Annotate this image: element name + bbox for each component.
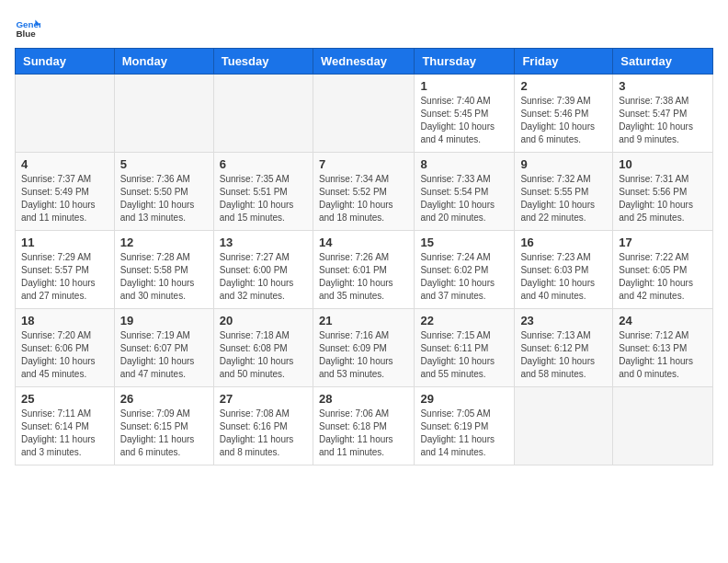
day-info: Sunrise: 7:26 AM Sunset: 6:01 PM Dayligh… xyxy=(319,251,408,303)
day-info: Sunrise: 7:37 AM Sunset: 5:49 PM Dayligh… xyxy=(21,173,108,224)
day-number: 8 xyxy=(420,157,508,171)
day-info: Sunrise: 7:36 AM Sunset: 5:50 PM Dayligh… xyxy=(120,173,208,224)
day-info: Sunrise: 7:05 AM Sunset: 6:19 PM Dayligh… xyxy=(420,408,508,459)
calendar-table: SundayMondayTuesdayWednesdayThursdayFrid… xyxy=(15,48,713,465)
calendar-cell: 18Sunrise: 7:20 AM Sunset: 6:06 PM Dayli… xyxy=(16,309,115,387)
day-info: Sunrise: 7:20 AM Sunset: 6:06 PM Dayligh… xyxy=(21,329,108,381)
day-info: Sunrise: 7:34 AM Sunset: 5:52 PM Dayligh… xyxy=(319,173,408,224)
weekday-header-row: SundayMondayTuesdayWednesdayThursdayFrid… xyxy=(16,49,713,75)
day-info: Sunrise: 7:08 AM Sunset: 6:16 PM Dayligh… xyxy=(220,408,307,459)
day-number: 3 xyxy=(619,79,707,93)
week-row-4: 18Sunrise: 7:20 AM Sunset: 6:06 PM Dayli… xyxy=(16,309,713,387)
calendar-cell: 3Sunrise: 7:38 AM Sunset: 5:47 PM Daylig… xyxy=(613,75,713,153)
calendar-cell: 14Sunrise: 7:26 AM Sunset: 6:01 PM Dayli… xyxy=(313,231,414,309)
day-number: 28 xyxy=(319,392,408,406)
calendar-cell: 7Sunrise: 7:34 AM Sunset: 5:52 PM Daylig… xyxy=(313,153,414,231)
day-info: Sunrise: 7:16 AM Sunset: 6:09 PM Dayligh… xyxy=(319,329,408,381)
day-number: 21 xyxy=(319,314,408,327)
day-number: 27 xyxy=(220,392,307,406)
day-number: 26 xyxy=(120,392,208,406)
day-number: 9 xyxy=(520,157,607,171)
day-info: Sunrise: 7:19 AM Sunset: 6:07 PM Dayligh… xyxy=(120,329,208,381)
day-info: Sunrise: 7:33 AM Sunset: 5:54 PM Dayligh… xyxy=(420,173,508,224)
calendar-cell: 23Sunrise: 7:13 AM Sunset: 6:12 PM Dayli… xyxy=(515,309,613,387)
day-number: 17 xyxy=(619,236,707,249)
day-info: Sunrise: 7:12 AM Sunset: 6:13 PM Dayligh… xyxy=(619,329,707,381)
weekday-header-sunday: Sunday xyxy=(16,49,115,75)
calendar-cell: 10Sunrise: 7:31 AM Sunset: 5:56 PM Dayli… xyxy=(613,153,713,231)
day-number: 10 xyxy=(619,157,707,171)
day-number: 29 xyxy=(420,392,508,406)
calendar-cell: 15Sunrise: 7:24 AM Sunset: 6:02 PM Dayli… xyxy=(415,231,515,309)
calendar-cell: 25Sunrise: 7:11 AM Sunset: 6:14 PM Dayli… xyxy=(16,387,115,465)
day-number: 14 xyxy=(319,236,408,249)
calendar-cell: 1Sunrise: 7:40 AM Sunset: 5:45 PM Daylig… xyxy=(415,75,515,153)
day-info: Sunrise: 7:13 AM Sunset: 6:12 PM Dayligh… xyxy=(520,329,607,381)
calendar-cell: 27Sunrise: 7:08 AM Sunset: 6:16 PM Dayli… xyxy=(213,387,313,465)
weekday-header-saturday: Saturday xyxy=(613,49,713,75)
day-info: Sunrise: 7:06 AM Sunset: 6:18 PM Dayligh… xyxy=(319,408,408,459)
day-number: 25 xyxy=(21,392,108,406)
calendar-cell: 17Sunrise: 7:22 AM Sunset: 6:05 PM Dayli… xyxy=(613,231,713,309)
day-number: 12 xyxy=(120,236,208,249)
week-row-2: 4Sunrise: 7:37 AM Sunset: 5:49 PM Daylig… xyxy=(16,153,713,231)
day-number: 23 xyxy=(520,314,607,327)
day-info: Sunrise: 7:38 AM Sunset: 5:47 PM Dayligh… xyxy=(619,95,707,146)
day-number: 6 xyxy=(220,157,307,171)
weekday-header-tuesday: Tuesday xyxy=(213,49,313,75)
calendar-cell: 6Sunrise: 7:35 AM Sunset: 5:51 PM Daylig… xyxy=(213,153,313,231)
calendar-cell: 29Sunrise: 7:05 AM Sunset: 6:19 PM Dayli… xyxy=(415,387,515,465)
calendar-cell: 5Sunrise: 7:36 AM Sunset: 5:50 PM Daylig… xyxy=(114,153,213,231)
calendar-cell: 19Sunrise: 7:19 AM Sunset: 6:07 PM Dayli… xyxy=(114,309,213,387)
calendar-cell: 24Sunrise: 7:12 AM Sunset: 6:13 PM Dayli… xyxy=(613,309,713,387)
calendar-cell: 8Sunrise: 7:33 AM Sunset: 5:54 PM Daylig… xyxy=(415,153,515,231)
day-info: Sunrise: 7:15 AM Sunset: 6:11 PM Dayligh… xyxy=(420,329,508,381)
calendar-cell: 26Sunrise: 7:09 AM Sunset: 6:15 PM Dayli… xyxy=(114,387,213,465)
calendar-cell: 20Sunrise: 7:18 AM Sunset: 6:08 PM Dayli… xyxy=(213,309,313,387)
day-number: 19 xyxy=(120,314,208,327)
day-info: Sunrise: 7:22 AM Sunset: 6:05 PM Dayligh… xyxy=(619,251,707,303)
day-info: Sunrise: 7:31 AM Sunset: 5:56 PM Dayligh… xyxy=(619,173,707,224)
week-row-1: 1Sunrise: 7:40 AM Sunset: 5:45 PM Daylig… xyxy=(16,75,713,153)
day-number: 2 xyxy=(520,79,607,93)
day-number: 24 xyxy=(619,314,707,327)
day-info: Sunrise: 7:09 AM Sunset: 6:15 PM Dayligh… xyxy=(120,408,208,459)
calendar-cell xyxy=(16,75,115,153)
calendar-cell: 22Sunrise: 7:15 AM Sunset: 6:11 PM Dayli… xyxy=(415,309,515,387)
day-number: 18 xyxy=(21,314,108,327)
day-info: Sunrise: 7:40 AM Sunset: 5:45 PM Dayligh… xyxy=(420,95,508,146)
day-info: Sunrise: 7:27 AM Sunset: 6:00 PM Dayligh… xyxy=(220,251,307,303)
calendar-cell xyxy=(613,387,713,465)
weekday-header-monday: Monday xyxy=(114,49,213,75)
calendar-cell: 13Sunrise: 7:27 AM Sunset: 6:00 PM Dayli… xyxy=(213,231,313,309)
day-number: 16 xyxy=(520,236,607,249)
day-number: 7 xyxy=(319,157,408,171)
calendar-cell: 2Sunrise: 7:39 AM Sunset: 5:46 PM Daylig… xyxy=(515,75,613,153)
calendar-cell xyxy=(213,75,313,153)
logo-icon: General Blue xyxy=(15,15,40,40)
calendar-cell: 12Sunrise: 7:28 AM Sunset: 5:58 PM Dayli… xyxy=(114,231,213,309)
calendar-cell xyxy=(313,75,414,153)
week-row-5: 25Sunrise: 7:11 AM Sunset: 6:14 PM Dayli… xyxy=(16,387,713,465)
day-info: Sunrise: 7:39 AM Sunset: 5:46 PM Dayligh… xyxy=(520,95,607,146)
day-info: Sunrise: 7:23 AM Sunset: 6:03 PM Dayligh… xyxy=(520,251,607,303)
weekday-header-friday: Friday xyxy=(515,49,613,75)
day-number: 15 xyxy=(420,236,508,249)
calendar-cell: 16Sunrise: 7:23 AM Sunset: 6:03 PM Dayli… xyxy=(515,231,613,309)
calendar-cell: 4Sunrise: 7:37 AM Sunset: 5:49 PM Daylig… xyxy=(16,153,115,231)
day-info: Sunrise: 7:35 AM Sunset: 5:51 PM Dayligh… xyxy=(220,173,307,224)
weekday-header-thursday: Thursday xyxy=(415,49,515,75)
day-info: Sunrise: 7:32 AM Sunset: 5:55 PM Dayligh… xyxy=(520,173,607,224)
day-number: 1 xyxy=(420,79,508,93)
day-number: 20 xyxy=(220,314,307,327)
day-number: 11 xyxy=(21,236,108,249)
calendar-cell: 11Sunrise: 7:29 AM Sunset: 5:57 PM Dayli… xyxy=(16,231,115,309)
day-number: 13 xyxy=(220,236,307,249)
calendar-cell: 28Sunrise: 7:06 AM Sunset: 6:18 PM Dayli… xyxy=(313,387,414,465)
day-info: Sunrise: 7:11 AM Sunset: 6:14 PM Dayligh… xyxy=(21,408,108,459)
calendar-cell: 21Sunrise: 7:16 AM Sunset: 6:09 PM Dayli… xyxy=(313,309,414,387)
svg-text:Blue: Blue xyxy=(16,29,36,39)
day-info: Sunrise: 7:24 AM Sunset: 6:02 PM Dayligh… xyxy=(420,251,508,303)
day-info: Sunrise: 7:18 AM Sunset: 6:08 PM Dayligh… xyxy=(220,329,307,381)
calendar-cell xyxy=(515,387,613,465)
